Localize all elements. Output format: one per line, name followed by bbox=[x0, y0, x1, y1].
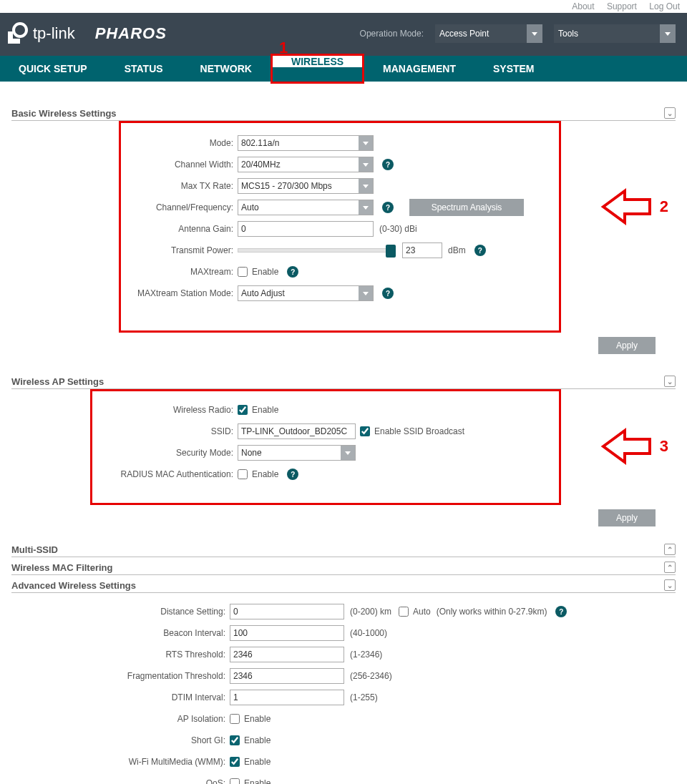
help-icon[interactable]: ? bbox=[555, 606, 567, 617]
annotation-box-2: Mode: 802.11a/n Channel Width: 20/40MHz … bbox=[119, 121, 561, 333]
tab-status[interactable]: STATUS bbox=[106, 56, 182, 82]
slider-thumb[interactable] bbox=[386, 245, 396, 258]
short-gi-checkbox[interactable] bbox=[230, 735, 240, 745]
mode-value: 802.11a/n bbox=[241, 138, 279, 148]
qos-checkbox[interactable] bbox=[230, 778, 240, 784]
max-tx-rate-select[interactable]: MCS15 - 270/300 Mbps bbox=[238, 178, 374, 194]
ap-isolation-enable-text: Enable bbox=[244, 714, 271, 724]
mac-filter-label: Wireless MAC Filtering bbox=[11, 562, 112, 573]
help-icon[interactable]: ? bbox=[474, 245, 486, 256]
short-gi-label: Short GI: bbox=[11, 735, 230, 745]
chevron-down-icon[interactable] bbox=[660, 24, 676, 43]
spectrum-analysis-button[interactable]: Spectrum Analysis bbox=[409, 199, 524, 216]
tools-select[interactable]: Tools bbox=[554, 24, 676, 43]
annotation-box-3: Wireless Radio: Enable SSID: Enable SSID… bbox=[90, 389, 561, 505]
brand-text: tp-link bbox=[33, 24, 75, 43]
tools-value: Tools bbox=[558, 29, 578, 39]
channel-freq-select[interactable]: Auto bbox=[238, 200, 374, 215]
help-icon[interactable]: ? bbox=[382, 288, 394, 299]
apply-button-ap[interactable]: Apply bbox=[598, 509, 656, 526]
ssid-broadcast-checkbox[interactable] bbox=[360, 426, 370, 436]
security-mode-select[interactable]: None bbox=[238, 445, 356, 461]
wireless-radio-enable-text: Enable bbox=[252, 405, 278, 415]
beacon-label: Beacon Interval: bbox=[11, 628, 230, 638]
maxtream-mode-select[interactable]: Auto Adjust bbox=[238, 285, 374, 301]
antenna-gain-input[interactable] bbox=[238, 221, 374, 237]
transmit-power-input[interactable] bbox=[402, 242, 442, 258]
radius-mac-label: RADIUS MAC Authentication: bbox=[98, 469, 238, 479]
maxtream-mode-value: Auto Adjust bbox=[241, 288, 285, 298]
tab-network[interactable]: NETWORK bbox=[182, 56, 271, 82]
wireless-radio-label: Wireless Radio: bbox=[98, 405, 238, 415]
collapse-icon[interactable]: ⌄ bbox=[664, 579, 676, 591]
transmit-power-slider[interactable] bbox=[238, 248, 395, 253]
security-mode-value: None bbox=[241, 448, 262, 458]
radius-mac-checkbox[interactable] bbox=[238, 469, 248, 479]
beacon-input[interactable] bbox=[230, 625, 344, 641]
collapse-icon[interactable]: ⌄ bbox=[664, 376, 676, 387]
rts-input[interactable] bbox=[230, 647, 344, 662]
help-icon[interactable]: ? bbox=[287, 469, 298, 480]
top-links: About Support Log Out bbox=[0, 0, 687, 13]
qos-enable-text: Enable bbox=[244, 778, 271, 784]
chevron-down-icon[interactable] bbox=[359, 136, 373, 150]
dtim-label: DTIM Interval: bbox=[11, 692, 230, 702]
tab-management[interactable]: MANAGEMENT bbox=[364, 56, 474, 82]
mode-select[interactable]: 802.11a/n bbox=[238, 135, 374, 151]
nav-bar: QUICK SETUP STATUS NETWORK WIRELESS MANA… bbox=[0, 56, 687, 82]
ssid-broadcast-text: Enable SSID Broadcast bbox=[374, 426, 464, 436]
antenna-gain-hint: (0-30) dBi bbox=[379, 224, 417, 234]
max-tx-rate-value: MCS15 - 270/300 Mbps bbox=[241, 181, 332, 191]
op-mode-select[interactable]: Access Point bbox=[435, 24, 542, 43]
dtim-hint: (1-255) bbox=[350, 692, 378, 702]
max-tx-rate-label: Max TX Rate: bbox=[127, 181, 238, 191]
channel-freq-label: Channel/Frequency: bbox=[127, 202, 238, 212]
distance-hint: (0-200) km bbox=[350, 607, 391, 617]
ap-isolation-checkbox[interactable] bbox=[230, 714, 240, 724]
help-icon[interactable]: ? bbox=[382, 202, 394, 213]
ssid-input[interactable] bbox=[238, 423, 356, 439]
tab-system[interactable]: SYSTEM bbox=[474, 56, 553, 82]
beacon-hint: (40-1000) bbox=[350, 628, 387, 638]
header-bar: tp-link PHAROS Operation Mode: Access Po… bbox=[0, 13, 687, 56]
distance-input[interactable] bbox=[230, 604, 344, 619]
tab-wireless[interactable]: WIRELESS bbox=[273, 56, 362, 67]
tp-icon bbox=[6, 21, 30, 46]
brand-logo: tp-link bbox=[6, 21, 75, 46]
chevron-down-icon[interactable] bbox=[341, 446, 355, 460]
dtim-input[interactable] bbox=[230, 690, 344, 705]
chevron-down-icon[interactable] bbox=[359, 157, 373, 172]
frag-input[interactable] bbox=[230, 668, 344, 684]
chevron-down-icon[interactable] bbox=[359, 200, 373, 215]
logo-group: tp-link PHAROS bbox=[6, 21, 167, 46]
expand-icon[interactable]: ⌃ bbox=[664, 562, 676, 573]
help-icon[interactable]: ? bbox=[382, 159, 394, 170]
distance-auto-checkbox[interactable] bbox=[399, 607, 409, 617]
section-mac-filter[interactable]: Wireless MAC Filtering ⌃ bbox=[11, 562, 676, 575]
ssid-label: SSID: bbox=[98, 426, 238, 436]
wmm-checkbox[interactable] bbox=[230, 757, 240, 767]
about-link[interactable]: About bbox=[572, 1, 594, 11]
chevron-down-icon[interactable] bbox=[527, 24, 542, 43]
section-ap-label: Wireless AP Settings bbox=[11, 376, 104, 387]
channel-width-select[interactable]: 20/40MHz bbox=[238, 157, 374, 172]
support-link[interactable]: Support bbox=[607, 1, 637, 11]
chevron-down-icon[interactable] bbox=[359, 179, 373, 193]
wmm-label: Wi-Fi MultiMedia (WMM): bbox=[11, 757, 230, 767]
help-icon[interactable]: ? bbox=[287, 266, 298, 278]
tab-quick-setup[interactable]: QUICK SETUP bbox=[0, 56, 106, 82]
wireless-radio-checkbox[interactable] bbox=[238, 405, 248, 415]
expand-icon[interactable]: ⌃ bbox=[664, 544, 676, 555]
maxtream-checkbox[interactable] bbox=[238, 267, 248, 277]
chevron-down-icon[interactable] bbox=[359, 286, 373, 300]
distance-note: (Only works within 0-27.9km) bbox=[437, 607, 547, 617]
section-adv-label: Advanced Wireless Settings bbox=[11, 580, 136, 591]
maxtream-mode-label: MAXtream Station Mode: bbox=[127, 288, 238, 298]
distance-label: Distance Setting: bbox=[11, 607, 230, 617]
op-mode-label: Operation Mode: bbox=[360, 29, 424, 39]
section-basic-label: Basic Wireless Settings bbox=[11, 108, 117, 119]
apply-button-basic[interactable]: Apply bbox=[598, 337, 656, 354]
collapse-icon[interactable]: ⌄ bbox=[664, 107, 676, 119]
section-multi-ssid[interactable]: Multi-SSID ⌃ bbox=[11, 544, 676, 557]
logout-link[interactable]: Log Out bbox=[649, 1, 680, 11]
